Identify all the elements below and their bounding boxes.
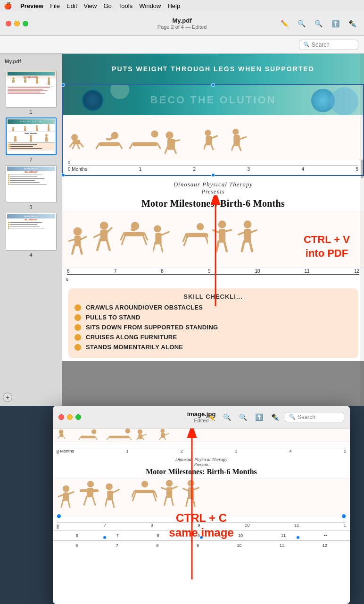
svg-line-34 [81, 237, 86, 240]
markup-button[interactable]: ✒️ [346, 17, 358, 30]
img2-handle-center [199, 536, 203, 539]
svg-line-124 [183, 489, 188, 491]
image-titlebar: image.jpg Edited ✏️ 🔍 🔍 ⬆️ ✒️ 🔍 [53, 406, 350, 428]
svg-line-62 [216, 242, 219, 251]
header-overlay: BECO THE OLUTION [63, 85, 363, 115]
scroll-thumb[interactable] [361, 159, 364, 178]
svg-line-108 [105, 498, 107, 506]
image-search-bar[interactable]: 🔍 [285, 412, 344, 422]
img2-lower-11: 11 [294, 523, 299, 528]
image-traffic-lights [58, 414, 81, 420]
svg-line-61 [225, 230, 231, 231]
img2-baby-1 [57, 428, 75, 441]
menu-view[interactable]: View [84, 2, 97, 9]
close-button[interactable] [6, 21, 11, 26]
sidebar: My.pdf MOTOR MILESTONES [0, 54, 62, 406]
svg-line-79 [95, 436, 97, 440]
image-close-button[interactable] [58, 414, 64, 420]
search-bar[interactable]: 🔍 [299, 40, 358, 50]
img2-main-title: Motor Milestones: Birth-6 Months [55, 468, 348, 476]
svg-line-67 [239, 232, 244, 235]
img2-left-handle [57, 514, 61, 519]
deco-circle-1 [330, 87, 358, 115]
zoom-button[interactable] [23, 21, 28, 26]
img2-older-baby-3 [105, 480, 130, 514]
lower-label-9: 9 [208, 268, 211, 274]
thumbnail-image-4[interactable]: CALORIE TRACKER SKILL CHECKLIST [6, 213, 57, 251]
svg-point-110 [141, 481, 148, 487]
apple-menu[interactable]: 🍎 [4, 2, 12, 9]
svg-line-13 [157, 143, 160, 148]
svg-line-82 [107, 436, 109, 440]
svg-point-80 [125, 428, 130, 433]
menu-file[interactable]: File [50, 2, 60, 9]
svg-line-22 [204, 144, 206, 150]
page-thumbnail-1[interactable]: MOTOR MILESTONES [3, 70, 59, 115]
pdf-title-info: My.pdf Page 2 of 4 — Edited [157, 17, 207, 30]
menu-edit[interactable]: Edit [66, 2, 77, 9]
page-number-3: 3 [29, 204, 32, 210]
annotate-button[interactable]: ✏️ [278, 17, 290, 30]
svg-line-23 [211, 144, 213, 150]
older-baby-3 [120, 216, 150, 263]
svg-line-103 [84, 496, 87, 505]
svg-line-63 [224, 242, 227, 251]
thumbnail-image-1[interactable]: MOTOR MILESTONES [6, 70, 57, 108]
image-minimize-button[interactable] [67, 414, 73, 420]
minimize-button[interactable] [14, 21, 20, 26]
zoom-out-button[interactable]: 🔍 [295, 17, 307, 30]
lower-timeline: 6 7 8 9 10 11 12 6 [62, 268, 364, 285]
img2-label-1: 1 [126, 449, 128, 453]
svg-point-19 [205, 130, 211, 136]
svg-line-16 [165, 148, 167, 153]
svg-line-26 [240, 137, 246, 139]
menu-window[interactable]: Window [139, 2, 161, 9]
svg-line-8 [96, 143, 99, 148]
svg-point-52 [197, 223, 204, 230]
svg-line-5 [77, 144, 79, 149]
menu-preview[interactable]: Preview [20, 2, 43, 9]
lower-label-11: 11 [305, 268, 310, 274]
image-zoom-button[interactable] [75, 414, 81, 420]
zoom-in-button[interactable]: 🔍 [312, 17, 324, 30]
menu-help[interactable]: Help [167, 2, 180, 9]
baby-figure-2 [94, 124, 125, 157]
thumbnail-image-2[interactable]: BECO THE OLUTION [6, 117, 57, 155]
image-zoom-out-button[interactable]: 🔍 [221, 411, 233, 423]
svg-point-89 [160, 429, 165, 433]
img2-baby-5 [159, 428, 180, 441]
image-zoom-in-button[interactable]: 🔍 [237, 411, 249, 423]
svg-line-91 [165, 433, 169, 435]
image-share-button[interactable]: ⬆️ [253, 411, 265, 423]
baby-figure-1 [69, 124, 92, 157]
thumbnail-image-3[interactable]: CALORIE TRACKER SKILL CHECKLIST [6, 165, 57, 203]
share-button[interactable]: ⬆️ [329, 17, 341, 30]
page-thumbnail-2[interactable]: BECO THE OLUTION [3, 117, 59, 162]
svg-line-9 [119, 143, 122, 148]
add-page-button[interactable]: + [3, 393, 12, 402]
search-input[interactable] [312, 42, 354, 48]
svg-line-126 [186, 498, 188, 506]
svg-line-37 [97, 239, 100, 250]
svg-point-47 [154, 225, 161, 232]
scroll-track[interactable] [360, 54, 364, 406]
img2-baby-2 [77, 428, 103, 441]
svg-line-87 [142, 437, 144, 440]
svg-line-107 [113, 490, 119, 493]
checklist-item-3: SITS DOWN FROM SUPPORTED STANDING [74, 324, 352, 331]
menu-go[interactable]: Go [103, 2, 111, 9]
image-markup-button[interactable]: ✒️ [269, 411, 281, 423]
page-thumbnail-4[interactable]: CALORIE TRACKER SKILL CHECKLIST [3, 213, 59, 258]
svg-rect-111 [134, 490, 154, 493]
svg-rect-42 [124, 232, 144, 236]
img2-right-handle [341, 514, 346, 519]
svg-line-27 [232, 145, 233, 151]
page-thumbnail-3[interactable]: CALORIE TRACKER SKILL CHECKLIST [3, 165, 59, 210]
menu-tools[interactable]: Tools [118, 2, 132, 9]
image-search-input[interactable] [298, 414, 340, 420]
older-baby-4 [153, 216, 179, 263]
svg-line-31 [72, 245, 74, 254]
svg-line-99 [69, 492, 74, 494]
img2-top-axis: 0 Months 1 2 3 4 5 0 [53, 442, 350, 455]
lower-label-12: 12 [354, 268, 359, 274]
